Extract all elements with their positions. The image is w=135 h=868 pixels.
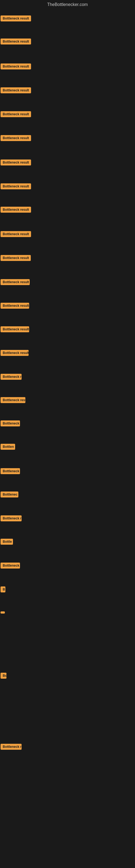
bottleneck-item: Bottleneck result bbox=[1, 183, 31, 190]
bottleneck-item: Bottleneck result bbox=[1, 255, 31, 262]
bottleneck-badge: Bottleneck result bbox=[1, 16, 31, 22]
bottleneck-item: Bottleneck result bbox=[1, 279, 30, 286]
bottleneck-badge: B bbox=[1, 586, 5, 592]
bottleneck-item: Bottleneck result bbox=[1, 16, 31, 23]
bottleneck-badge: Bottleneck bbox=[1, 563, 20, 568]
bottleneck-item: Bottleneck result bbox=[1, 38, 31, 45]
bottleneck-item: Bottlenec bbox=[1, 492, 18, 499]
bottleneck-item: Bottleneck result bbox=[1, 111, 31, 118]
bottleneck-item: B bbox=[1, 586, 5, 593]
bottleneck-item: Bottleneck result bbox=[1, 63, 31, 70]
bottleneck-badge: Bottleneck result bbox=[1, 255, 31, 261]
bottleneck-badge: Bottleneck result bbox=[1, 326, 29, 332]
bottleneck-item: Bottleneck bbox=[1, 421, 20, 428]
bottleneck-badge: Bottleneck result bbox=[1, 279, 30, 285]
bottleneck-badge: Bottleneck result bbox=[1, 183, 31, 189]
bottleneck-badge: Bottlenec bbox=[1, 492, 18, 497]
bottleneck-item: Bottleneck resu bbox=[1, 397, 26, 404]
bottleneck-badge: Bottleneck result bbox=[1, 350, 29, 356]
bottleneck-item: Bottleneck r bbox=[1, 516, 21, 522]
bottleneck-item: Bottle bbox=[1, 539, 13, 546]
bottleneck-badge: Bottleneck bbox=[1, 468, 20, 474]
bottleneck-badge: Bottleneck result bbox=[1, 111, 31, 117]
bottleneck-badge: Bottleneck resu bbox=[1, 397, 26, 403]
bottleneck-badge: Bottleneck result bbox=[1, 63, 31, 69]
bottleneck-item: Bottleneck r bbox=[1, 744, 21, 751]
bottleneck-badge: Bottleneck bbox=[1, 421, 20, 426]
bottleneck-badge: Bottleneck r bbox=[1, 516, 21, 521]
bottleneck-item bbox=[1, 610, 5, 615]
bottleneck-badge: Bottleneck result bbox=[1, 231, 31, 237]
bottleneck-badge: Bottle bbox=[1, 539, 13, 545]
site-title: TheBottlenecker.com bbox=[0, 0, 135, 9]
bottleneck-badge: Bottleneck r bbox=[1, 744, 21, 750]
bottleneck-badge bbox=[1, 611, 5, 614]
bottleneck-badge: Bottleneck r bbox=[1, 374, 21, 380]
bottleneck-badge: Bottleneck result bbox=[1, 207, 31, 213]
bottleneck-item: Bottleneck result bbox=[1, 303, 29, 310]
bottleneck-item: Bottleneck result bbox=[1, 135, 31, 142]
bottleneck-item: Bottleneck result bbox=[1, 159, 31, 166]
bottleneck-item: Bottleneck result bbox=[1, 231, 31, 238]
bottleneck-item: Bottleneck result bbox=[1, 207, 31, 214]
bottleneck-item: Bottleneck result bbox=[1, 87, 31, 94]
bottleneck-badge: Bo bbox=[1, 673, 6, 679]
bottleneck-badge: Bottleneck result bbox=[1, 38, 31, 44]
bottleneck-badge: Bottleneck result bbox=[1, 303, 29, 309]
bottleneck-item: Bottlen bbox=[1, 444, 15, 451]
bottleneck-item: Bottleneck r bbox=[1, 374, 21, 381]
bottleneck-item: Bottleneck result bbox=[1, 350, 29, 357]
bottleneck-item: Bottleneck bbox=[1, 563, 20, 569]
bottleneck-item: Bottleneck bbox=[1, 468, 20, 475]
bottleneck-badge: Bottleneck result bbox=[1, 87, 31, 93]
bottleneck-badge: Bottlen bbox=[1, 444, 15, 450]
bottleneck-badge: Bottleneck result bbox=[1, 159, 31, 165]
bottleneck-item: Bo bbox=[1, 673, 6, 680]
bottleneck-item: Bottleneck result bbox=[1, 326, 29, 333]
bottleneck-badge: Bottleneck result bbox=[1, 135, 31, 141]
